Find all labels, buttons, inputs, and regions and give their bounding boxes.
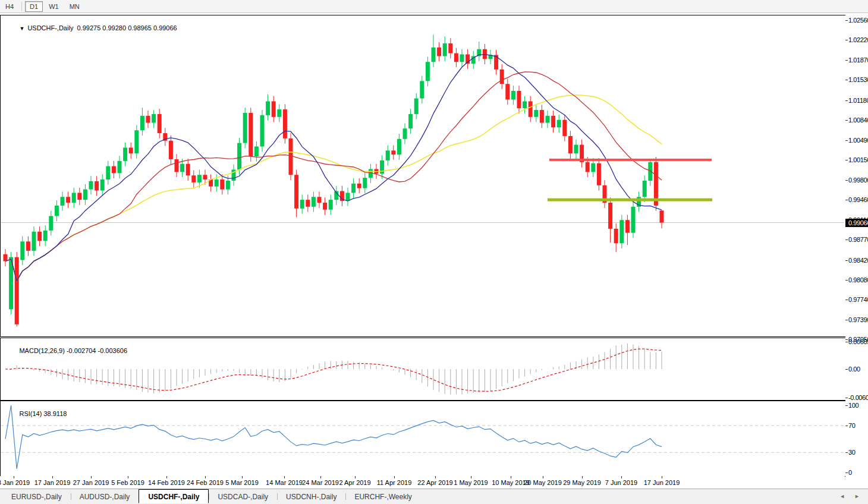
date-axis-label: 7 Jun 2019 <box>605 479 637 486</box>
macd-label: MACD(12,26,9) -0.002704 -0.003606 <box>5 340 127 361</box>
date-axis-label: 5 Feb 2019 <box>111 479 144 486</box>
price-axis-tick <box>845 200 848 200</box>
date-axis-label: 22 Apr 2019 <box>417 479 452 486</box>
chart-title-ohlc: 0.99275 0.99280 0.98965 0.99066 <box>77 24 177 32</box>
price-axis-label: 1.01870 <box>848 56 868 64</box>
price-axis-label: 0.98770 <box>848 236 868 243</box>
macd-axis-label: 0.006058 <box>848 338 868 345</box>
rsi-pane: RSI(14) 38.9118 <box>0 401 846 477</box>
rsi-label: RSI(14) 38.9118 <box>5 403 67 424</box>
chart-title: ▼USDCHF-,Daily 0.99275 0.99280 0.98965 0… <box>5 17 177 39</box>
price-axis-label: 1.02560 <box>848 17 868 24</box>
timeframe-toolbar: H4D1W1MN <box>0 0 868 13</box>
date-axis-label: 1 May 2019 <box>454 479 488 486</box>
chart-title-symbol: USDCHF-,Daily <box>27 24 73 32</box>
macd-axis-tick <box>845 398 848 398</box>
macd-axis-label: 0.00 <box>848 366 860 373</box>
date-axis-tick <box>355 476 356 478</box>
date-axis-tick <box>91 476 92 478</box>
price-axis-tick <box>845 40 848 40</box>
rsi-line <box>5 405 662 469</box>
rsi-axis-tick <box>845 452 848 453</box>
price-axis-label: 0.99800 <box>848 177 868 184</box>
price-axis-tick <box>845 320 848 320</box>
price-axis-tick <box>845 140 848 141</box>
price-axis-label: 1.02220 <box>848 36 868 43</box>
chart-tab-usdcnh-daily[interactable]: USDCNH-,Daily <box>277 490 345 503</box>
date-axis-tick <box>511 476 511 478</box>
price-axis-label: 0.99460 <box>848 196 868 203</box>
symbol-dropdown-icon[interactable]: ▼ <box>19 26 24 32</box>
date-axis-label: 24 Feb 2019 <box>187 479 224 486</box>
rsi-axis-label: 100 <box>848 402 858 409</box>
date-axis-tick <box>52 476 53 478</box>
price-axis-tick <box>845 339 848 340</box>
timeframe-button-w1[interactable]: W1 <box>44 1 64 12</box>
resistance-line[interactable] <box>549 159 712 161</box>
timeframe-button-mn[interactable]: MN <box>65 1 84 12</box>
toolbar-separator <box>21 2 22 11</box>
macd-axis-label: -0.006096 <box>848 394 868 401</box>
price-axis-label: 1.00490 <box>848 137 868 144</box>
date-axis-tick <box>543 476 543 478</box>
date-axis-tick <box>284 476 285 478</box>
price-axis-tick <box>845 20 848 21</box>
price-axis-tick <box>845 260 848 261</box>
price-axis-label: 0.97390 <box>848 316 868 323</box>
rsi-chart <box>1 401 844 475</box>
date-axis-tick <box>621 476 622 478</box>
date-axis-label: 14 Mar 2019 <box>266 479 303 486</box>
date-axis-tick <box>205 476 206 478</box>
chart-tab-audusd-daily[interactable]: AUDUSD-,Daily <box>71 490 139 503</box>
date-axis-label: 8 Jan 2019 <box>0 479 30 486</box>
price-axis-label: 1.01180 <box>848 97 868 104</box>
current-price-badge: 0.99066 <box>845 219 868 227</box>
price-axis-tick <box>845 80 848 80</box>
date-axis[interactable]: 8 Jan 201917 Jan 201927 Jan 20195 Feb 20… <box>0 476 845 488</box>
date-axis-label: 17 Jan 2019 <box>34 479 71 486</box>
timeframe-button-d1[interactable]: D1 <box>25 1 43 12</box>
date-axis-label: 11 Apr 2019 <box>377 479 412 486</box>
price-axis-label: 1.01530 <box>848 76 868 83</box>
date-axis-label: 20 May 2019 <box>524 479 562 486</box>
mt4-terminal: H4D1W1MN ▼USDCHF-,Daily 0.99275 0.99280 … <box>0 0 868 504</box>
chart-tab-eurchf-weekly[interactable]: EURCHF-,Weekly <box>345 490 420 503</box>
date-axis-tick <box>242 476 243 478</box>
chart-tab-usdchf-daily[interactable]: USDCHF-,Daily <box>139 489 209 503</box>
price-axis[interactable]: 1.025601.022201.018701.015301.011801.008… <box>845 13 868 488</box>
price-axis-tick <box>845 280 848 281</box>
rsi-axis-tick <box>845 426 848 426</box>
tab-scroll-right-icon[interactable]: ► <box>854 493 860 499</box>
price-axis-label: 1.00150 <box>848 156 868 163</box>
timeframe-button-h4[interactable]: H4 <box>1 1 18 12</box>
price-axis-tick <box>845 300 848 300</box>
date-axis-tick <box>320 476 321 478</box>
ma-fast-blue <box>5 55 662 281</box>
candles <box>4 34 664 326</box>
date-axis-tick <box>662 476 662 478</box>
rsi-axis-label: 0 <box>848 469 852 476</box>
price-chart <box>1 15 844 335</box>
rsi-axis-tick <box>845 405 848 406</box>
date-axis-label: 27 Jan 2019 <box>73 479 109 486</box>
price-axis-tick <box>845 160 848 160</box>
rsi-axis-tick <box>845 472 848 473</box>
price-axis-tick <box>845 100 848 101</box>
chart-tab-eurusd-daily[interactable]: EURUSD-,Daily <box>2 490 71 503</box>
date-axis-tick <box>394 476 395 478</box>
date-axis-tick <box>14 476 14 478</box>
price-axis-label: 1.00840 <box>848 116 868 124</box>
support-line[interactable] <box>548 199 712 201</box>
chart-tab-usdcad-daily[interactable]: USDCAD-,Daily <box>209 490 277 503</box>
price-axis-label: 0.97740 <box>848 296 868 303</box>
rsi-axis-label: 70 <box>848 422 855 429</box>
date-axis-label: 14 Feb 2019 <box>148 479 185 486</box>
date-axis-tick <box>582 476 583 478</box>
price-pane: ▼USDCHF-,Daily 0.99275 0.99280 0.98965 0… <box>0 15 846 337</box>
price-axis-tick <box>845 60 848 61</box>
price-axis-tick <box>845 180 848 181</box>
date-axis-label: 29 May 2019 <box>563 479 601 486</box>
tab-scroll-left-icon[interactable]: ◄ <box>839 493 845 499</box>
chart-window: ▼USDCHF-,Daily 0.99275 0.99280 0.98965 0… <box>0 13 868 488</box>
ma-mid-red <box>5 72 662 281</box>
